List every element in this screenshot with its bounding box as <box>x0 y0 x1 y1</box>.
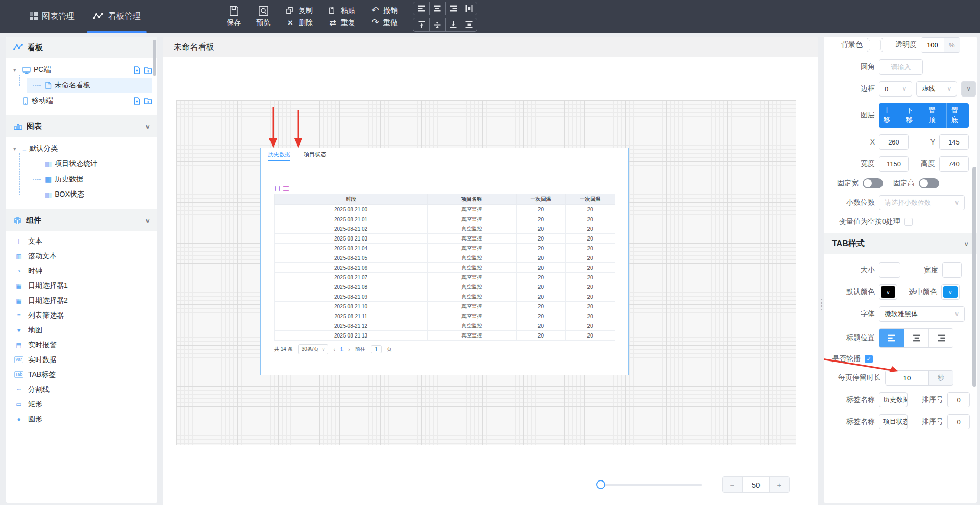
zoom-value[interactable]: 50 <box>742 477 770 492</box>
redo-button[interactable]: ↷ 重做 <box>371 18 398 27</box>
repeat-button[interactable]: ⇄ 重复 <box>328 18 355 27</box>
default-color-picker[interactable]: ∨ <box>879 284 897 300</box>
tab-style-section-header[interactable]: TAB样式 ∨ <box>824 233 977 254</box>
opacity-input[interactable] <box>921 38 944 52</box>
selected-color-picker[interactable]: ∨ <box>941 284 960 300</box>
component-item-实时数据[interactable]: var实时数据 <box>14 352 150 367</box>
add-folder-icon[interactable] <box>144 97 152 105</box>
tree-node-chart[interactable]: ▦历史数据 <box>27 172 152 187</box>
goto-page-input[interactable] <box>371 345 382 353</box>
tree-node-chart[interactable]: ▦项目状态统计 <box>27 156 152 172</box>
component-item-文本[interactable]: T文本 <box>14 234 150 249</box>
delete-button[interactable]: × 删除 <box>286 18 313 27</box>
title-align-left-button[interactable] <box>879 329 904 347</box>
tag2-name-input[interactable] <box>879 414 908 429</box>
title-align-center-button[interactable] <box>904 329 928 347</box>
add-file-icon[interactable] <box>133 66 141 74</box>
nav-chart-management[interactable]: 图表管理 <box>20 0 84 33</box>
component-section-header[interactable]: 组件 ∨ <box>6 209 157 231</box>
design-grid[interactable]: 历史数据 项目状态 时段项目名称一次回温一次回温 2025-08-21 00真空… <box>176 100 796 445</box>
distribute-v-button[interactable] <box>461 18 477 31</box>
fixed-height-toggle[interactable] <box>919 178 939 188</box>
component-item-TAB标签[interactable]: TabTAB标签 <box>14 367 150 382</box>
y-input[interactable] <box>939 134 969 150</box>
font-select[interactable]: 微软雅黑体∨ <box>879 306 965 322</box>
border-style-select[interactable]: 虚线∨ <box>916 81 957 97</box>
tree-node-unnamed-board[interactable]: 未命名看板 <box>27 78 152 93</box>
component-item-矩形[interactable]: ▭矩形 <box>14 397 150 412</box>
sort2-input[interactable] <box>947 414 970 429</box>
chevron-down-icon[interactable]: ∨ <box>145 217 150 224</box>
fixed-width-toggle[interactable] <box>863 178 883 188</box>
widget-tab-project-status[interactable]: 项目状态 <box>304 148 326 161</box>
page-size-select[interactable]: 30条/页 ∨ <box>298 344 329 354</box>
add-folder-icon[interactable] <box>144 66 152 74</box>
undo-button[interactable]: ↶ 撤销 <box>371 6 398 15</box>
tree-node-default-category[interactable]: ▾ ≡ 默认分类 <box>13 141 152 156</box>
height-input[interactable] <box>939 156 969 172</box>
title-align-right-button[interactable] <box>928 329 953 347</box>
zoom-in-button[interactable]: + <box>770 477 789 492</box>
zoom-slider[interactable] <box>597 484 702 486</box>
caret-down-icon[interactable]: ▾ <box>13 146 19 152</box>
align-middle-v-button[interactable] <box>429 18 445 31</box>
tag1-name-input[interactable] <box>879 392 908 407</box>
board-section-header[interactable]: 看板 <box>6 37 157 58</box>
border-color-select[interactable]: ∨ <box>961 81 976 97</box>
tab-width-input[interactable] <box>942 262 962 278</box>
align-top-button[interactable] <box>413 18 429 31</box>
border-width-select[interactable]: 0∨ <box>879 81 912 97</box>
dwell-time-input[interactable] <box>886 371 928 385</box>
component-item-日期选择器2[interactable]: ▦日期选择器2 <box>14 293 150 308</box>
prev-page-button[interactable]: ‹ <box>333 347 335 352</box>
zoom-slider-handle[interactable] <box>596 480 605 489</box>
component-item-实时报警[interactable]: ▤实时报警 <box>14 338 150 352</box>
panel-resize-handle[interactable]: ⋮⋮ <box>817 301 821 314</box>
distribute-h-button[interactable] <box>461 2 477 15</box>
component-item-圆形[interactable]: ●圆形 <box>14 412 150 426</box>
print-icon[interactable] <box>283 186 289 191</box>
paste-button[interactable]: 粘贴 <box>328 6 355 15</box>
align-left-button[interactable] <box>413 2 429 15</box>
tab-size-input[interactable] <box>879 262 900 278</box>
zoom-out-button[interactable]: − <box>723 477 742 492</box>
layer-top-button[interactable]: 置顶 <box>924 103 946 128</box>
add-file-icon[interactable] <box>133 97 141 105</box>
tab-widget[interactable]: 历史数据 项目状态 时段项目名称一次回温一次回温 2025-08-21 00真空… <box>260 148 629 375</box>
layer-up-button[interactable]: 上移 <box>879 103 901 128</box>
save-button[interactable]: 保存 <box>227 5 241 28</box>
component-item-滚动文本[interactable]: ▥滚动文本 <box>14 249 150 263</box>
tree-node-mobile[interactable]: 移动端 <box>13 93 152 108</box>
tree-node-chart[interactable]: ▦BOX状态 <box>27 187 152 202</box>
decimal-select[interactable]: 请选择小数位数∨ <box>879 195 965 210</box>
layer-down-button[interactable]: 下移 <box>901 103 923 128</box>
chart-section-header[interactable]: 图表 ∨ <box>6 115 157 137</box>
carousel-checkbox[interactable]: ✓ <box>865 355 873 363</box>
align-bottom-button[interactable] <box>445 18 461 31</box>
sidebar-scrollbar[interactable] <box>153 40 156 76</box>
layer-bottom-button[interactable]: 置底 <box>946 103 969 128</box>
chevron-down-icon[interactable]: ∨ <box>145 123 150 130</box>
caret-down-icon[interactable]: ▾ <box>13 67 19 74</box>
bg-color-picker[interactable] <box>867 38 883 52</box>
align-center-h-button[interactable] <box>429 2 445 15</box>
zero-handling-checkbox[interactable] <box>904 218 913 226</box>
radius-input[interactable] <box>879 59 923 75</box>
component-item-分割线[interactable]: ┄分割线 <box>14 382 150 397</box>
preview-button[interactable]: 预览 <box>256 5 271 28</box>
tree-node-pc[interactable]: ▾ PC端 <box>13 62 152 78</box>
nav-board-management[interactable]: 看板管理 <box>84 0 150 33</box>
x-input[interactable] <box>879 134 909 150</box>
sort1-input[interactable] <box>947 392 970 407</box>
current-page[interactable]: 1 <box>340 347 344 352</box>
export-icon[interactable] <box>275 186 280 191</box>
inspector-scrollbar[interactable] <box>972 167 976 387</box>
align-right-button[interactable] <box>445 2 461 15</box>
component-item-列表筛选器[interactable]: ≡列表筛选器 <box>14 308 150 323</box>
width-input[interactable] <box>879 156 909 172</box>
copy-button[interactable]: 复制 <box>286 6 313 15</box>
component-item-日期选择器1[interactable]: ▦日期选择器1 <box>14 278 150 293</box>
next-page-button[interactable]: › <box>348 347 350 352</box>
component-item-地图[interactable]: ♥地图 <box>14 323 150 338</box>
component-item-时钟[interactable]: ◔时钟 <box>14 263 150 278</box>
